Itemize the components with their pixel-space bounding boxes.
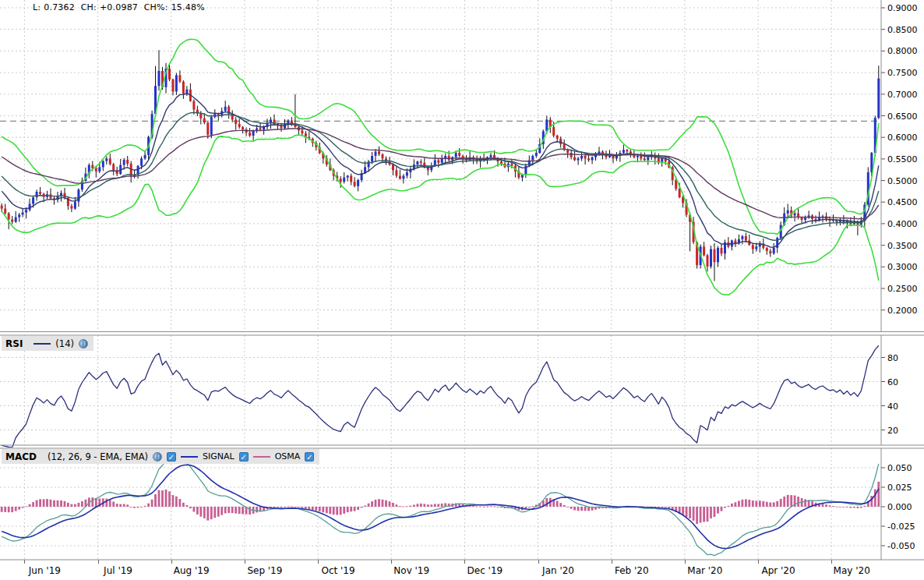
svg-text:0.3500: 0.3500 bbox=[887, 241, 918, 251]
svg-text:0.7000: 0.7000 bbox=[887, 90, 918, 100]
month-label: Jan '20 bbox=[531, 565, 586, 576]
rsi-header: RSI (14) bbox=[2, 336, 93, 351]
month-label: Aug '19 bbox=[164, 565, 219, 576]
svg-text:-0.025: -0.025 bbox=[887, 522, 915, 532]
macd-param: (12, 26, 9 - EMA, EMA) bbox=[48, 451, 148, 462]
osma-label: OSMA bbox=[275, 451, 301, 462]
svg-text:20: 20 bbox=[887, 426, 898, 436]
month-tick bbox=[24, 560, 25, 564]
trading-chart-app: { "header": { "l_label": "L:", "l_value"… bbox=[0, 0, 924, 580]
month-label: Jun '19 bbox=[17, 565, 72, 576]
month-label: Nov '19 bbox=[384, 565, 439, 576]
svg-text:0.050: 0.050 bbox=[887, 463, 912, 473]
svg-text:80: 80 bbox=[887, 353, 898, 363]
month-label: Sep '19 bbox=[238, 565, 292, 576]
rsi-param: (14) bbox=[55, 338, 74, 349]
month-tick bbox=[98, 560, 99, 564]
month-tick bbox=[685, 560, 686, 564]
svg-text:0.8000: 0.8000 bbox=[887, 46, 918, 56]
macd-title: MACD bbox=[5, 451, 37, 462]
svg-text:60: 60 bbox=[887, 377, 898, 387]
svg-text:0.8500: 0.8500 bbox=[887, 25, 918, 35]
macd-header: MACD (12, 26, 9 - EMA, EMA) ✓ SIGNAL ✓ O… bbox=[2, 449, 319, 464]
svg-text:0.5500: 0.5500 bbox=[887, 154, 918, 164]
svg-text:-0.050: -0.050 bbox=[887, 541, 915, 551]
rsi-line-sample bbox=[34, 343, 51, 345]
svg-text:0.6000: 0.6000 bbox=[887, 133, 918, 143]
macd-checkbox[interactable]: ✓ bbox=[167, 452, 176, 462]
month-label: May '20 bbox=[824, 565, 879, 576]
signal-line-sample bbox=[181, 456, 198, 458]
month-tick bbox=[612, 560, 612, 564]
svg-text:0.4500: 0.4500 bbox=[887, 197, 918, 207]
last-price-readout: L:0.7362 CH:+0.0987 CH%:15.48% bbox=[33, 2, 208, 12]
svg-text:0.2500: 0.2500 bbox=[887, 284, 918, 294]
time-axis: Jun '19Jul '19Aug '19Sep '19Oct '19Nov '… bbox=[0, 560, 924, 580]
svg-text:40: 40 bbox=[887, 401, 898, 412]
macd-settings-globe-icon[interactable] bbox=[153, 452, 162, 462]
month-label: Feb '20 bbox=[605, 565, 659, 576]
main-price-chart[interactable]: 0.90000.85000.80000.75000.70000.65000.60… bbox=[0, 0, 924, 332]
rsi-panel-chart[interactable]: 80604020 bbox=[0, 334, 924, 447]
month-label: Jul '19 bbox=[91, 565, 146, 576]
last-value: 0.7362 bbox=[44, 2, 75, 12]
month-tick bbox=[831, 560, 832, 564]
osma-checkbox[interactable]: ✓ bbox=[305, 452, 314, 462]
month-label: Mar '20 bbox=[678, 565, 732, 576]
month-tick bbox=[538, 560, 539, 564]
svg-text:0.3000: 0.3000 bbox=[887, 262, 918, 272]
last-label: L: bbox=[33, 2, 41, 12]
svg-text:0.7500: 0.7500 bbox=[887, 68, 918, 78]
month-tick bbox=[171, 560, 172, 564]
month-tick bbox=[391, 560, 392, 564]
svg-text:0.2000: 0.2000 bbox=[887, 306, 918, 316]
change-pct-label: CH%: bbox=[144, 2, 168, 12]
month-label: Dec '19 bbox=[457, 565, 512, 576]
change-pct-value: 15.48% bbox=[171, 2, 205, 12]
change-value: +0.0987 bbox=[100, 2, 138, 12]
svg-text:0.6500: 0.6500 bbox=[887, 111, 918, 122]
macd-panel-chart[interactable]: 0.0500.0250.000-0.025-0.050 bbox=[0, 447, 924, 561]
signal-label: SIGNAL bbox=[203, 451, 235, 462]
svg-text:0.025: 0.025 bbox=[887, 483, 912, 493]
change-label: CH: bbox=[81, 2, 97, 12]
svg-text:0.5000: 0.5000 bbox=[887, 176, 918, 186]
svg-text:0.4000: 0.4000 bbox=[887, 219, 918, 229]
month-tick bbox=[245, 560, 245, 564]
month-label: Oct '19 bbox=[311, 565, 365, 576]
month-tick bbox=[464, 560, 465, 564]
svg-text:0.000: 0.000 bbox=[887, 502, 912, 512]
rsi-settings-globe-icon[interactable] bbox=[79, 339, 88, 348]
signal-checkbox[interactable]: ✓ bbox=[239, 452, 249, 462]
month-tick bbox=[758, 560, 759, 564]
osma-line-sample bbox=[253, 456, 270, 458]
svg-text:0.9000: 0.9000 bbox=[887, 3, 918, 13]
month-label: Apr '20 bbox=[751, 565, 806, 576]
month-tick bbox=[318, 560, 319, 564]
rsi-title: RSI bbox=[5, 338, 23, 349]
